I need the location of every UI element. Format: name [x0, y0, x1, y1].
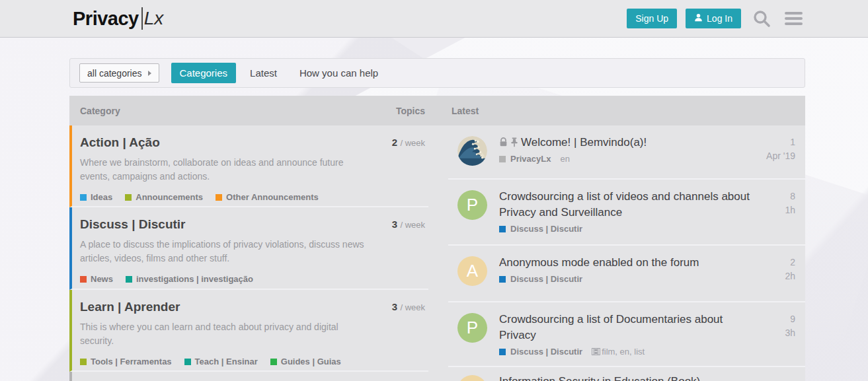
caret-right-icon	[148, 71, 151, 76]
menu-button[interactable]	[782, 9, 805, 28]
category-color-badge	[499, 349, 506, 355]
avatar-wave-artwork[interactable]	[457, 136, 487, 166]
log-in-button[interactable]: Log In	[686, 9, 741, 28]
topics-per-week: 3 / week	[392, 301, 425, 313]
last-activity: 3h	[755, 326, 795, 340]
topic-category-link[interactable]: Discuss | Discutir	[510, 224, 582, 234]
category-color-badge	[80, 276, 87, 283]
topic-row-infosec-education[interactable]: Information Security in Education (Book)	[448, 367, 805, 381]
category-color-badge	[216, 194, 222, 201]
site-header: Privacy Lx Sign Up Log In	[0, 0, 868, 38]
pin-icon	[510, 137, 518, 147]
nav-pills: Categories Latest How you can help	[171, 63, 387, 83]
category-color-badge	[270, 359, 277, 365]
subcategory-other-announcements[interactable]: Other Announcements	[216, 192, 319, 202]
topic-stats: 8 1h	[755, 189, 796, 244]
category-color-badge	[80, 194, 87, 201]
subcategory-ideas[interactable]: Ideas	[80, 192, 112, 202]
topic-nav-strip: all categories Categories Latest How you…	[69, 58, 805, 88]
film-icon	[592, 348, 600, 355]
avatar-letter-a[interactable]: A	[457, 256, 487, 286]
topic-category-link[interactable]: PrivacyLx	[510, 154, 551, 164]
category-title[interactable]: Action | Ação	[80, 135, 428, 150]
topic-category-link[interactable]: Discuss | Discutir	[510, 347, 582, 357]
topic-meta: Discuss | Discutir film, en, list	[499, 347, 755, 357]
topic-title[interactable]: Crowdsourcing a list of videos and chann…	[499, 189, 755, 221]
topic-row-crowdsourcing-documentaries[interactable]: P Crowdsourcing a list of Documentaries …	[448, 302, 805, 367]
category-row-partial[interactable]	[69, 372, 428, 381]
subcategory-list: News investigations | investigação	[80, 274, 428, 284]
categories-table: Category Topics Latest Action | Ação 2 /…	[69, 96, 805, 381]
lock-icon	[499, 137, 508, 147]
category-color-badge	[126, 276, 132, 283]
category-description: Where we brainstorm, collaborate on idea…	[80, 156, 364, 184]
category-title[interactable]: Learn | Aprender	[80, 300, 428, 314]
category-row-action[interactable]: Action | Ação 2 / week Where we brainsto…	[69, 125, 428, 207]
subcategory-investigations[interactable]: investigations | investigação	[126, 274, 253, 284]
category-color-badge	[499, 156, 506, 162]
subcategory-list: Tools | Ferramentas Teach | Ensinar Guid…	[80, 357, 428, 366]
table-header-row: Category Topics Latest	[69, 96, 805, 125]
category-row-learn[interactable]: Learn | Aprender 3 / week This is where …	[69, 290, 428, 372]
category-filter-dropdown[interactable]: all categories	[79, 63, 159, 83]
topic-row-anonymous-mode[interactable]: A Anonymous mode enabled on the forum Di…	[448, 246, 805, 302]
topic-stats: 9 3h	[755, 312, 796, 366]
reply-count[interactable]: 2	[755, 256, 795, 269]
reply-count[interactable]: 8	[755, 190, 795, 203]
subcategory-tools[interactable]: Tools | Ferramentas	[80, 357, 172, 366]
subcategory-list: Ideas Announcements Other Announcements	[80, 192, 428, 202]
topic-meta: PrivacyLx en	[499, 154, 755, 164]
category-list: Action | Ação 2 / week Where we brainsto…	[69, 125, 428, 381]
category-color-badge	[80, 359, 87, 365]
tab-categories[interactable]: Categories	[171, 63, 237, 83]
log-in-label: Log In	[707, 13, 732, 24]
search-button[interactable]	[750, 7, 773, 30]
topic-meta: Discuss | Discutir	[499, 274, 755, 284]
category-color-badge	[499, 226, 506, 232]
category-color-badge	[499, 276, 506, 283]
avatar-letter-p[interactable]: P	[457, 190, 487, 220]
avatar-letter-p[interactable]: P	[457, 313, 487, 343]
subcategory-guides[interactable]: Guides | Guias	[270, 357, 341, 366]
last-activity: Apr '19	[755, 149, 795, 163]
tab-how-you-can-help[interactable]: How you can help	[291, 63, 387, 83]
category-color-badge	[125, 194, 132, 201]
topic-title[interactable]: Welcome! | Bemvindo(a)!	[499, 135, 755, 151]
logo-text-accent: Lx	[144, 8, 164, 29]
sign-up-button[interactable]: Sign Up	[627, 9, 677, 28]
latest-topics-list: Welcome! | Bemvindo(a)! PrivacyLx en 1 A…	[448, 125, 805, 381]
category-title[interactable]: Discuss | Discutir	[80, 217, 428, 232]
header-actions: Sign Up Log In	[627, 7, 805, 30]
subcategory-news[interactable]: News	[80, 274, 113, 284]
topic-category-link[interactable]: Discuss | Discutir	[510, 274, 582, 284]
topic-row-welcome[interactable]: Welcome! | Bemvindo(a)! PrivacyLx en 1 A…	[448, 125, 805, 180]
topics-per-week: 2 / week	[392, 137, 425, 149]
tab-latest[interactable]: Latest	[241, 63, 286, 83]
category-filter-label: all categories	[87, 68, 142, 79]
topic-tags[interactable]: en	[560, 154, 569, 164]
reply-count[interactable]: 1	[755, 135, 795, 149]
topic-meta: Discuss | Discutir	[499, 224, 755, 234]
topic-stats: 2 2h	[755, 255, 796, 301]
topic-row-crowdsourcing-videos[interactable]: P Crowdsourcing a list of videos and cha…	[448, 180, 805, 246]
last-activity: 2h	[755, 269, 795, 283]
topic-title[interactable]: Information Security in Education (Book)	[499, 374, 755, 381]
avatar-letter[interactable]	[457, 375, 487, 381]
topic-tags[interactable]: film, en, list	[592, 347, 645, 357]
topic-title[interactable]: Anonymous mode enabled on the forum	[499, 255, 755, 271]
category-color-badge	[184, 359, 191, 365]
site-logo[interactable]: Privacy Lx	[73, 7, 163, 30]
topic-stats	[755, 374, 796, 381]
category-row-discuss[interactable]: Discuss | Discutir 3 / week A place to d…	[69, 207, 428, 290]
subcategory-teach[interactable]: Teach | Ensinar	[184, 357, 258, 366]
subcategory-announcements[interactable]: Announcements	[125, 192, 203, 202]
sign-up-label: Sign Up	[635, 13, 668, 24]
logo-text-bold: Privacy	[73, 8, 139, 30]
topic-title[interactable]: Crowdsourcing a list of Documentaries ab…	[499, 312, 755, 343]
reply-count[interactable]: 9	[755, 312, 795, 326]
category-description: This is where you can learn and teach ab…	[80, 320, 364, 348]
column-header-category: Category Topics	[69, 106, 428, 116]
topic-stats: 1 Apr '19	[755, 135, 796, 178]
topics-per-week: 3 / week	[392, 219, 425, 230]
column-header-latest: Latest	[452, 106, 479, 116]
